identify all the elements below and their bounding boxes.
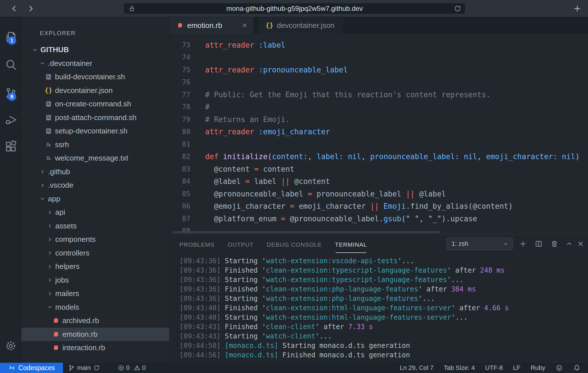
- chevron-down-icon: [32, 47, 38, 53]
- browser-forward-button[interactable]: [25, 3, 36, 14]
- tree-item-app[interactable]: app: [21, 192, 170, 206]
- cursor-position[interactable]: Ln 29, Col 7: [400, 364, 434, 372]
- tree-item-jobs[interactable]: jobs: [21, 273, 170, 287]
- code-line-74[interactable]: 74: [170, 51, 588, 64]
- code-line-87[interactable]: 87 @platform_enum = @pronounceable_label…: [170, 212, 588, 225]
- code-line-82[interactable]: 82def initialize(content:, label: nil, p…: [170, 151, 588, 163]
- tree-item--github[interactable]: .github: [21, 165, 170, 179]
- language-mode[interactable]: Ruby: [531, 364, 545, 372]
- tree-item-models[interactable]: models: [21, 301, 170, 314]
- tab-devcontainer-json[interactable]: {} devcontainer.json: [259, 17, 343, 34]
- tree-item-mailers[interactable]: mailers: [21, 287, 170, 301]
- tree-item-label: build-devcontainer.sh: [55, 72, 125, 81]
- tree-item-on-create-command-sh[interactable]: on-create-command.sh: [21, 97, 170, 111]
- tree-item-assets[interactable]: assets: [21, 219, 170, 233]
- json-file-icon: {}: [266, 22, 273, 29]
- new-tab-button[interactable]: [571, 3, 583, 14]
- tree-item-emotion-rb[interactable]: emotion.rb: [21, 328, 170, 341]
- code-line-77[interactable]: 77# Public: Get the Emoji that this reac…: [170, 88, 588, 101]
- code-editor[interactable]: 73attr_reader :label7475attr_reader :pro…: [170, 34, 588, 234]
- sidebar-item-explorer[interactable]: 1: [0, 27, 21, 47]
- warning-icon: [134, 364, 140, 371]
- sidebar-item-extensions[interactable]: [0, 136, 21, 156]
- terminal-output[interactable]: [09:43:36] Starting 'watch-extension:vsc…: [179, 256, 584, 363]
- tree-item-build-devcontainer-sh[interactable]: build-devcontainer.sh: [21, 70, 170, 84]
- tree-item-welcome-message-txt[interactable]: welcome_message.txt: [21, 151, 170, 165]
- eol[interactable]: LF: [513, 364, 520, 372]
- tab-emotion-rb[interactable]: emotion.rb: [170, 17, 253, 34]
- maximize-panel-button[interactable]: [564, 238, 575, 249]
- code-line-75[interactable]: 75attr_reader :pronounceable_label: [170, 64, 588, 76]
- tree-item-post-attach-command-sh[interactable]: post-attach-command.sh: [21, 111, 170, 125]
- codespaces-remote-button[interactable]: Codespaces: [0, 363, 63, 373]
- doc-file-icon: [45, 114, 52, 121]
- plus-icon: [573, 4, 581, 13]
- terminal-line: [09:43:40] Starting 'watch-extension:htm…: [179, 313, 584, 322]
- horizontal-scrollbar[interactable]: [172, 231, 440, 233]
- browser-back-button[interactable]: [9, 3, 20, 14]
- problems-indicator[interactable]: 0 0: [118, 364, 146, 372]
- split-terminal-button[interactable]: [533, 238, 544, 249]
- tree-item-github[interactable]: GITHUB: [21, 43, 170, 57]
- tree-item-api[interactable]: api: [21, 206, 170, 219]
- tree-item-helpers[interactable]: helpers: [21, 260, 170, 273]
- chevron-right-icon: [47, 236, 53, 243]
- tree-item--devcontainer[interactable]: .devcontainer: [21, 57, 170, 70]
- new-terminal-button[interactable]: [518, 238, 528, 249]
- code-line-73[interactable]: 73attr_reader :label: [170, 39, 588, 51]
- chevron-right-icon: [47, 223, 53, 229]
- ruby-file-icon: [52, 331, 60, 338]
- code-line-80[interactable]: 80attr_reader :emoji_character: [170, 126, 588, 138]
- encoding[interactable]: UTF-8: [485, 364, 503, 372]
- doc-file-icon: [45, 73, 52, 81]
- json-file-icon: {}: [45, 87, 52, 94]
- panel-tab-debug-console[interactable]: DEBUG CONSOLE: [267, 234, 322, 255]
- search-icon: [4, 58, 17, 71]
- chevron-right-icon: [47, 250, 53, 256]
- code-line-79[interactable]: 79# Returns an Emoji.: [170, 113, 588, 126]
- kill-terminal-button[interactable]: [549, 238, 560, 249]
- url-text: mona-github-github-g59jpq2w5w7.github.de…: [135, 5, 454, 13]
- close-panel-button[interactable]: [575, 238, 586, 249]
- tree-item-devcontainer-json[interactable]: {}devcontainer.json: [21, 84, 170, 98]
- tree-item--vscode[interactable]: .vscode: [21, 179, 170, 192]
- line-text: # Public: Get the Emoji that this reacti…: [190, 90, 491, 99]
- terminal-select[interactable]: 1: zsh: [447, 238, 513, 250]
- branch-indicator[interactable]: main: [68, 364, 100, 372]
- sidebar-item-run-debug[interactable]: [0, 110, 21, 130]
- code-line-83[interactable]: 83 @content = content: [170, 163, 588, 175]
- tree-item-interaction-rb[interactable]: interaction.rb: [21, 341, 170, 355]
- close-icon[interactable]: [241, 22, 248, 29]
- explorer-sidebar: EXPLORER GITHUB.devcontainerbuild-devcon…: [21, 17, 170, 363]
- address-bar[interactable]: mona-github-github-g59jpq2w5w7.github.de…: [124, 3, 466, 14]
- terminal-line: [09:43:36] Finished 'clean-extension:php…: [179, 285, 584, 294]
- tree-item-ssrh[interactable]: ssrh: [21, 138, 170, 152]
- tree-item-label: models: [55, 303, 79, 312]
- code-line-85[interactable]: 85 @pronounceable_label = pronounceable_…: [170, 188, 588, 200]
- branch-icon: [68, 364, 75, 371]
- code-line-81[interactable]: 81: [170, 138, 588, 151]
- chevron-down-icon: [502, 240, 509, 247]
- tree-item-components[interactable]: components: [21, 233, 170, 246]
- plus-icon: [519, 240, 527, 248]
- tab-size[interactable]: Tab Size: 4: [444, 364, 475, 372]
- code-line-78[interactable]: 78#: [170, 101, 588, 113]
- tree-item-controllers[interactable]: controllers: [21, 246, 170, 260]
- code-line-86[interactable]: 86 @emoji_character = emoji_character ||…: [170, 200, 588, 213]
- panel-tab-terminal[interactable]: TERMINAL: [335, 234, 367, 255]
- tree-item-label: ssrh: [55, 140, 69, 149]
- tab-label: emotion.rb: [187, 21, 222, 30]
- notifications-bell-icon[interactable]: [573, 364, 581, 372]
- feedback-smiley-icon[interactable]: [556, 364, 563, 372]
- tree-item-setup-devcontainer-sh[interactable]: setup-devcontainer.sh: [21, 124, 170, 138]
- error-icon: [118, 364, 124, 371]
- code-line-76[interactable]: 76: [170, 76, 588, 89]
- refresh-icon[interactable]: [454, 5, 461, 12]
- manage-gear-button[interactable]: [0, 336, 21, 356]
- panel-tab-output[interactable]: OUTPUT: [228, 234, 254, 255]
- code-line-84[interactable]: 84 @label = label || @content: [170, 175, 588, 188]
- panel-tab-problems[interactable]: PROBLEMS: [179, 234, 215, 255]
- sidebar-item-source-control[interactable]: 8: [0, 83, 21, 103]
- tree-item-archived-rb[interactable]: archived.rb: [21, 314, 170, 328]
- sidebar-item-search[interactable]: [0, 55, 21, 75]
